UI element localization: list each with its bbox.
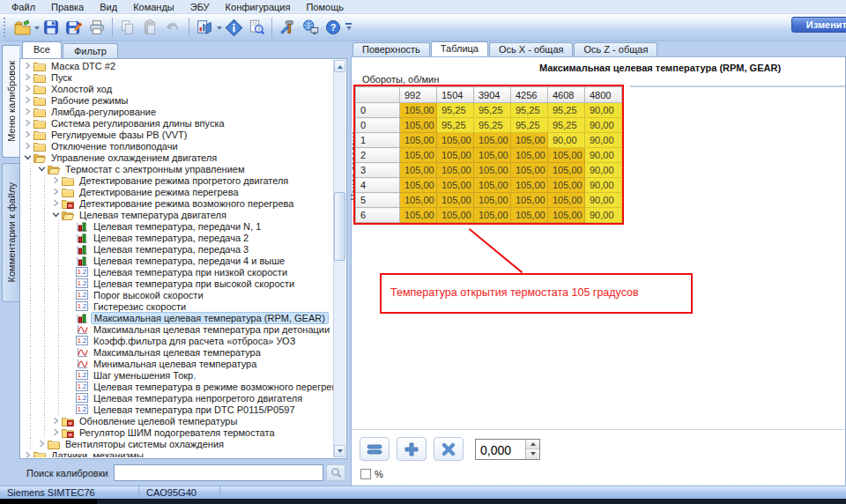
print-button[interactable] bbox=[85, 17, 108, 39]
chevron-right-icon[interactable] bbox=[22, 140, 33, 152]
gear-row-header[interactable]: 5 bbox=[356, 193, 400, 208]
tree-item[interactable]: Регулируемые фазы РВ (VVT) bbox=[22, 129, 333, 140]
menu-команды[interactable]: Команды bbox=[125, 1, 182, 13]
map-cell[interactable]: 105,00 bbox=[474, 208, 511, 223]
tree-item[interactable]: Холостой ход bbox=[22, 83, 333, 94]
map-cell[interactable]: 105,00 bbox=[548, 148, 585, 163]
map-cell[interactable]: 95,25 bbox=[548, 118, 585, 133]
tree-item[interactable]: 1.2Целевая температура при DTC P0115/P05… bbox=[22, 404, 333, 415]
map-cell[interactable]: 105,00 bbox=[548, 208, 585, 223]
map-cell[interactable]: 105,00 bbox=[474, 163, 511, 178]
tree-item[interactable]: Детектирование режима прогретого двигате… bbox=[22, 174, 333, 186]
map-cell[interactable]: 105,00 bbox=[437, 163, 474, 178]
map-cell[interactable]: 90,00 bbox=[585, 193, 622, 208]
map-cell[interactable]: 95,25 bbox=[511, 118, 548, 133]
map-cell[interactable]: 105,00 bbox=[400, 178, 437, 193]
map-cell[interactable]: 105,00 bbox=[437, 208, 474, 223]
map-cell[interactable]: 90,00 bbox=[585, 178, 622, 193]
tree-item[interactable]: 1.2Целевая температура при низкой скорос… bbox=[22, 266, 333, 278]
tree-item[interactable]: wДетектирование режима возможного перегр… bbox=[22, 197, 333, 209]
open-file-button[interactable] bbox=[11, 17, 33, 39]
spin-down-icon[interactable] bbox=[526, 449, 539, 459]
scrollbar-thumb[interactable] bbox=[334, 192, 345, 261]
map-cell[interactable]: 90,00 bbox=[585, 148, 622, 163]
map-cell[interactable]: 90,00 bbox=[585, 103, 622, 118]
rpm-column-header[interactable]: 4608 bbox=[548, 87, 585, 103]
map-cell[interactable]: 105,00 bbox=[400, 133, 437, 148]
view-tab-поверхность[interactable]: Поверхность bbox=[352, 42, 430, 56]
chevron-right-icon[interactable] bbox=[50, 197, 62, 209]
tree-item[interactable]: Датчики, механизмы bbox=[22, 449, 333, 457]
charts-button[interactable] bbox=[193, 17, 216, 39]
map-table[interactable]: 992150439044256460848000105,0095,2595,25… bbox=[355, 86, 622, 223]
toolbar-overflow-icon[interactable] bbox=[345, 17, 352, 38]
map-cell[interactable]: 95,25 bbox=[511, 103, 548, 118]
tree-item[interactable]: 1.2Гистерезис скорости bbox=[22, 300, 333, 312]
gear-row-header[interactable]: 6 bbox=[356, 208, 400, 223]
chevron-down-icon[interactable] bbox=[36, 163, 48, 174]
tab-calibration-menu[interactable]: Меню калибровок bbox=[2, 45, 19, 158]
tree-scrollbar[interactable] bbox=[333, 60, 345, 457]
tree-item-selected[interactable]: Максимальная целевая температура (RPM, G… bbox=[22, 312, 333, 323]
tree-item[interactable]: Целевая температура, передача 3 bbox=[22, 243, 333, 255]
gear-row-header[interactable]: 1 bbox=[356, 133, 400, 148]
map-cell[interactable]: 105,00 bbox=[400, 118, 437, 133]
save-button[interactable] bbox=[40, 17, 63, 39]
set-equal-button[interactable] bbox=[360, 437, 390, 461]
map-cell[interactable]: 105,00 bbox=[400, 163, 437, 178]
chevron-down-icon[interactable] bbox=[22, 152, 33, 163]
tree-item[interactable]: Максимальная целевая температура bbox=[22, 346, 333, 358]
gear-row-header[interactable]: 0 bbox=[356, 103, 400, 118]
rpm-column-header[interactable]: 4800 bbox=[585, 87, 622, 103]
map-cell[interactable]: 90,00 bbox=[585, 133, 622, 148]
map-cell[interactable]: 105,00 bbox=[511, 193, 548, 208]
rpm-column-header[interactable]: 4256 bbox=[511, 87, 548, 103]
chevron-right-icon[interactable] bbox=[22, 106, 33, 117]
tree-item[interactable]: Вентиляторы системы охлаждения bbox=[22, 438, 333, 449]
menu-помощь[interactable]: Помощь bbox=[298, 1, 352, 13]
chevron-right-icon[interactable] bbox=[22, 83, 33, 94]
chevron-right-icon[interactable] bbox=[22, 94, 33, 106]
map-cell[interactable]: 105,00 bbox=[548, 193, 585, 208]
gear-row-header[interactable]: 4 bbox=[356, 178, 400, 193]
tree-item[interactable]: wОбновление целевой температуры bbox=[22, 415, 333, 426]
view-tab-ось[interactable]: Ось X - общая bbox=[489, 42, 574, 56]
map-cell[interactable]: 95,25 bbox=[437, 118, 474, 133]
map-cell[interactable]: 105,00 bbox=[511, 208, 548, 223]
tree-tab-фильтр[interactable]: Фильтр bbox=[63, 43, 118, 58]
tree-item[interactable]: Маска DTC #2 bbox=[22, 60, 333, 71]
search-button[interactable] bbox=[326, 464, 345, 481]
menu-правка[interactable]: Правка bbox=[43, 1, 92, 13]
tree-item[interactable]: Минимальная целевая температура bbox=[22, 358, 333, 369]
view-tab-таблица[interactable]: Таблица bbox=[431, 41, 488, 56]
map-cell[interactable]: 95,25 bbox=[437, 103, 474, 118]
tree-tab-все[interactable]: Все bbox=[22, 41, 62, 58]
menu-эбу[interactable]: ЭБУ bbox=[182, 1, 218, 13]
scroll-down-icon[interactable] bbox=[334, 445, 345, 457]
tree-item[interactable]: Детектирование режима перегрева bbox=[22, 186, 333, 197]
map-cell[interactable]: 90,00 bbox=[548, 133, 585, 148]
multiply-value-button[interactable] bbox=[434, 437, 464, 461]
tree-item[interactable]: 1.2Целевая температура в режиме возможно… bbox=[22, 381, 333, 392]
view-tab-ось[interactable]: Ось Z - общая bbox=[574, 42, 657, 56]
map-cell[interactable]: 105,00 bbox=[400, 208, 437, 223]
chevron-right-icon[interactable] bbox=[50, 415, 62, 426]
gear-row-header[interactable]: 3 bbox=[356, 163, 400, 178]
chevron-right-icon[interactable] bbox=[50, 426, 62, 438]
map-cell[interactable]: 90,00 bbox=[585, 208, 622, 223]
tree-item[interactable]: Пуск bbox=[22, 71, 333, 83]
network-button[interactable] bbox=[299, 17, 322, 39]
map-cell[interactable]: 105,00 bbox=[437, 178, 474, 193]
gear-row-header[interactable]: 2 bbox=[356, 148, 400, 163]
preview-button[interactable] bbox=[245, 17, 268, 39]
map-cell[interactable]: 105,00 bbox=[400, 103, 437, 118]
tree-item[interactable]: Целевая температура, передачи N, 1 bbox=[22, 220, 333, 232]
chevron-right-icon[interactable] bbox=[22, 449, 33, 457]
rpm-column-header[interactable]: 1504 bbox=[437, 87, 474, 103]
value-input[interactable] bbox=[476, 440, 525, 459]
tree-item[interactable]: Целевая температура, передачи 4 и выше bbox=[22, 255, 333, 266]
scroll-up-icon[interactable] bbox=[334, 60, 345, 72]
change-button[interactable]: Изменит bbox=[791, 17, 846, 33]
map-cell[interactable]: 105,00 bbox=[474, 148, 511, 163]
save-as-button[interactable] bbox=[63, 17, 85, 39]
